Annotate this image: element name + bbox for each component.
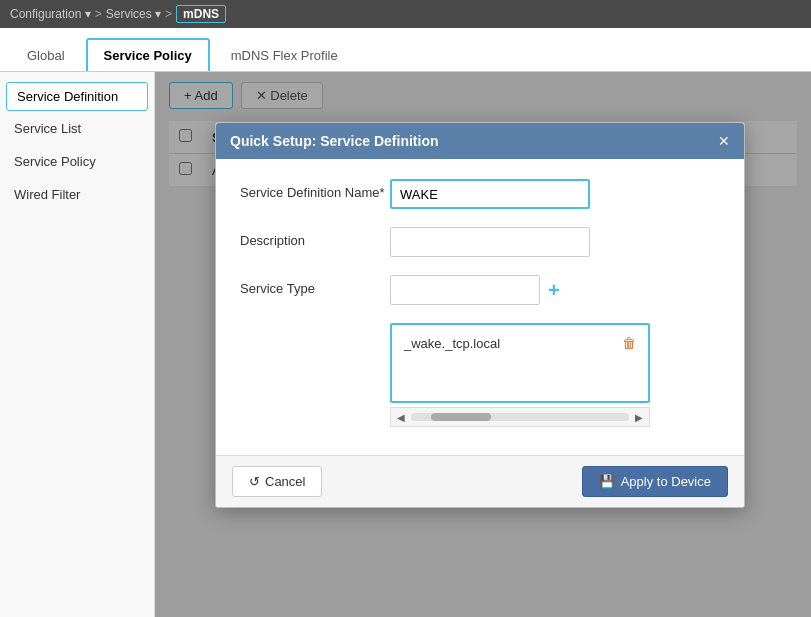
service-definition-name-label: Service Definition Name* [240,179,390,200]
service-type-value: _wake._tcp.local [404,336,500,351]
breadcrumb-configuration[interactable]: Configuration ▾ [10,7,91,21]
sidebar-item-service-policy[interactable]: Service Policy [0,146,154,177]
modal-title: Quick Setup: Service Definition [230,133,439,149]
modal-footer: ↺ Cancel 💾 Apply to Device [216,455,744,507]
scroll-left-button[interactable]: ◀ [395,412,407,423]
description-input[interactable] [390,227,590,257]
add-service-type-button[interactable]: + [548,280,560,300]
modal-header: Quick Setup: Service Definition ✕ [216,123,744,159]
service-type-row: Service Type + [240,275,720,305]
apply-to-device-button[interactable]: 💾 Apply to Device [582,466,728,497]
tab-mdns-flex-profile[interactable]: mDNS Flex Profile [214,39,355,71]
cancel-label: Cancel [265,474,305,489]
modal-close-button[interactable]: ✕ [718,133,730,149]
service-type-input-group: + [390,275,560,305]
breadcrumb-services[interactable]: Services ▾ [106,7,161,21]
scroll-thumb [431,413,491,421]
scroll-track [411,413,629,421]
service-definition-name-input[interactable] [390,179,590,209]
modal-body: Service Definition Name* Description Ser… [216,159,744,455]
service-type-list-item: _wake._tcp.local 🗑 [396,329,644,357]
breadcrumb-sep-2: > [165,7,172,21]
breadcrumb-sep-1: > [95,7,102,21]
apply-label: Apply to Device [621,474,711,489]
description-label: Description [240,227,390,248]
scroll-right-button[interactable]: ▶ [633,412,645,423]
description-row: Description [240,227,720,257]
tab-service-policy[interactable]: Service Policy [86,38,210,71]
cancel-icon: ↺ [249,474,260,489]
service-type-list: _wake._tcp.local 🗑 [390,323,650,403]
sidebar-item-wired-filter[interactable]: Wired Filter [0,179,154,210]
apply-icon: 💾 [599,474,615,489]
service-type-label: Service Type [240,275,390,296]
cancel-button[interactable]: ↺ Cancel [232,466,322,497]
tab-global[interactable]: Global [10,39,82,71]
service-type-input[interactable] [390,275,540,305]
sidebar-item-service-definition[interactable]: Service Definition [6,82,148,111]
delete-service-type-button[interactable]: 🗑 [622,335,636,351]
sidebar: Service Definition Service List Service … [0,72,155,617]
quick-setup-modal: Quick Setup: Service Definition ✕ Servic… [215,122,745,508]
service-definition-name-row: Service Definition Name* [240,179,720,209]
content-area: Service Definition Service List Service … [0,72,811,617]
breadcrumb-bar: Configuration ▾ > Services ▾ > mDNS [0,0,811,28]
main-tabs: Global Service Policy mDNS Flex Profile [0,28,811,72]
sidebar-item-service-list[interactable]: Service List [0,113,154,144]
main-panel: + Add ✕ Delete Service Definition ▼ Desc… [155,72,811,617]
horizontal-scrollbar[interactable]: ◀ ▶ [390,407,650,427]
breadcrumb-current: mDNS [176,5,226,23]
